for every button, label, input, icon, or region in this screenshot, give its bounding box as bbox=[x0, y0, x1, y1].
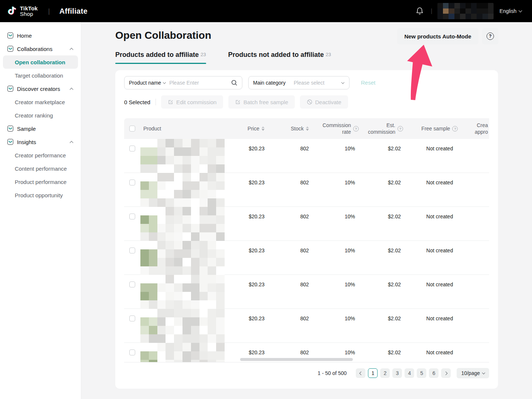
previous-page-button[interactable] bbox=[356, 368, 365, 378]
column-label: appro bbox=[475, 129, 488, 135]
stock-value: 802 bbox=[270, 207, 314, 241]
table-row: $20.23 802 10% $2.02 Not created bbox=[124, 309, 489, 343]
sidebar-item-content-performance[interactable]: Content performance bbox=[0, 162, 81, 175]
stock-value: 802 bbox=[270, 309, 314, 342]
product-thumbnail-blurred[interactable] bbox=[140, 139, 225, 173]
page-button-2[interactable]: 2 bbox=[380, 368, 390, 378]
column-header-free-sample: Free sample bbox=[408, 126, 471, 132]
sidebar-group-collaborations[interactable]: Collaborations bbox=[0, 42, 81, 55]
tiktok-note-icon bbox=[7, 5, 18, 17]
edit-commission-button[interactable]: Edit commission bbox=[161, 95, 223, 109]
est-commission-value: $2.02 bbox=[364, 343, 408, 362]
row-checkbox[interactable] bbox=[129, 248, 135, 253]
tab-label: Products added to affiliate bbox=[115, 51, 199, 59]
tab-products-not-added[interactable]: Products not added to affiliate 23 bbox=[228, 51, 331, 64]
tab-bar: Products added to affiliate 23 Products … bbox=[115, 51, 353, 64]
sidebar-item-home[interactable]: Home bbox=[0, 29, 81, 42]
page-button-3[interactable]: 3 bbox=[392, 368, 402, 378]
next-page-button[interactable] bbox=[441, 368, 451, 378]
commission-rate-value: 10% bbox=[314, 275, 364, 308]
page-help-button[interactable] bbox=[482, 28, 498, 44]
row-checkbox[interactable] bbox=[129, 146, 135, 151]
column-label: Est. bbox=[386, 122, 395, 128]
page-title: Open Collaboration bbox=[115, 30, 211, 41]
row-checkbox[interactable] bbox=[129, 180, 135, 185]
product-thumbnail-blurred[interactable] bbox=[140, 309, 225, 342]
page-size-value: 10/page bbox=[461, 370, 480, 376]
sort-carets-icon[interactable] bbox=[306, 126, 309, 131]
sidebar-item-creator-ranking[interactable]: Creator ranking bbox=[0, 109, 81, 122]
button-label: Batch free sample bbox=[243, 99, 288, 105]
reset-filters-link[interactable]: Reset bbox=[361, 76, 375, 89]
stock-value: 802 bbox=[270, 241, 314, 274]
table-row: $20.23 802 10% $2.02 Not created bbox=[124, 139, 489, 173]
help-icon[interactable] bbox=[398, 126, 403, 132]
stock-value: 802 bbox=[270, 173, 314, 207]
column-header-stock[interactable]: Stock bbox=[270, 126, 314, 132]
table-row: $20.23 802 10% $2.02 Not created bbox=[124, 173, 489, 207]
sidebar-item-target-collaboration[interactable]: Target collaboration bbox=[0, 69, 81, 82]
row-checkbox[interactable] bbox=[129, 214, 135, 219]
price-value: $20.23 bbox=[225, 309, 270, 342]
user-account-blurred[interactable] bbox=[437, 3, 494, 19]
main-category-select[interactable]: Main category Please select bbox=[248, 76, 349, 89]
batch-free-sample-button[interactable]: Batch free sample bbox=[228, 95, 295, 109]
help-icon[interactable] bbox=[452, 126, 458, 132]
row-checkbox[interactable] bbox=[129, 282, 135, 287]
blurred-product-image bbox=[140, 139, 225, 173]
sidebar-item-label: Open collaboration bbox=[15, 59, 65, 65]
product-thumbnail-blurred[interactable] bbox=[140, 241, 225, 274]
search-icon[interactable] bbox=[231, 79, 238, 86]
sidebar-item-creator-marketplace[interactable]: Creator marketplace bbox=[0, 95, 81, 109]
tab-products-added[interactable]: Products added to affiliate 23 bbox=[115, 51, 206, 64]
language-selector[interactable]: English bbox=[499, 8, 522, 14]
help-icon[interactable] bbox=[353, 126, 359, 132]
language-label: English bbox=[499, 8, 516, 14]
free-sample-status: Not created bbox=[408, 207, 471, 241]
chevron-left-icon bbox=[359, 371, 363, 375]
sidebar-item-product-opportunity[interactable]: Product opportunity bbox=[0, 188, 81, 202]
topbar-divider: | bbox=[48, 7, 50, 15]
sidebar-item-label: Target collaboration bbox=[15, 72, 63, 79]
product-search-input[interactable] bbox=[169, 80, 231, 86]
tiktok-shop-logo[interactable]: TikTok Shop bbox=[7, 5, 38, 17]
topbar-user-divider: | bbox=[431, 8, 432, 14]
content-card: Product name Main category Please select… bbox=[115, 70, 498, 389]
page-size-select[interactable]: 10/page bbox=[457, 368, 489, 378]
select-all-checkbox[interactable] bbox=[129, 126, 135, 132]
insights-icon bbox=[7, 139, 13, 145]
horizontal-scrollbar-thumb[interactable] bbox=[240, 358, 353, 361]
creator-approval-cell bbox=[471, 241, 489, 274]
deactivate-button[interactable]: Deactivate bbox=[300, 95, 348, 109]
blurred-product-image bbox=[140, 207, 225, 241]
sidebar-group-insights[interactable]: Insights bbox=[0, 135, 81, 149]
column-header-price[interactable]: Price bbox=[225, 126, 270, 132]
creator-approval-cell bbox=[471, 275, 489, 308]
sidebar-item-creator-performance[interactable]: Creator performance bbox=[0, 149, 81, 162]
notification-bell-icon[interactable] bbox=[415, 7, 424, 16]
sort-carets-icon[interactable] bbox=[262, 126, 265, 131]
product-thumbnail-blurred[interactable] bbox=[140, 207, 225, 241]
column-header-est-commission: Est. commission bbox=[364, 122, 408, 135]
new-products-auto-mode-button[interactable]: New products Auto-Mode bbox=[397, 28, 478, 44]
sidebar-item-product-performance[interactable]: Product performance bbox=[0, 175, 81, 188]
product-thumbnail-blurred[interactable] bbox=[140, 343, 225, 362]
row-checkbox[interactable] bbox=[129, 349, 135, 355]
product-thumbnail-blurred[interactable] bbox=[140, 275, 225, 308]
table-row: $20.23 802 10% $2.02 Not created bbox=[124, 241, 489, 275]
sidebar-item-open-collaboration[interactable]: Open collaboration bbox=[0, 55, 81, 69]
sidebar-item-sample[interactable]: Sample bbox=[0, 122, 81, 135]
pagination-bar: 1 - 50 of 500 1 2 3 4 5 6 10/page bbox=[124, 368, 489, 378]
row-checkbox[interactable] bbox=[129, 316, 135, 321]
chevron-up-icon bbox=[70, 48, 74, 51]
page-button-6[interactable]: 6 bbox=[429, 368, 439, 378]
sidebar-item-label: Collaborations bbox=[17, 46, 52, 52]
page-button-4[interactable]: 4 bbox=[405, 368, 414, 378]
sidebar-group-discover-creators[interactable]: Discover creators bbox=[0, 82, 81, 95]
product-thumbnail-blurred[interactable] bbox=[140, 173, 225, 207]
button-label: Deactivate bbox=[315, 99, 341, 105]
search-field-selector[interactable]: Product name bbox=[129, 80, 161, 86]
page-button-1[interactable]: 1 bbox=[368, 368, 378, 378]
discover-creators-icon bbox=[7, 86, 13, 92]
page-button-5[interactable]: 5 bbox=[417, 368, 426, 378]
